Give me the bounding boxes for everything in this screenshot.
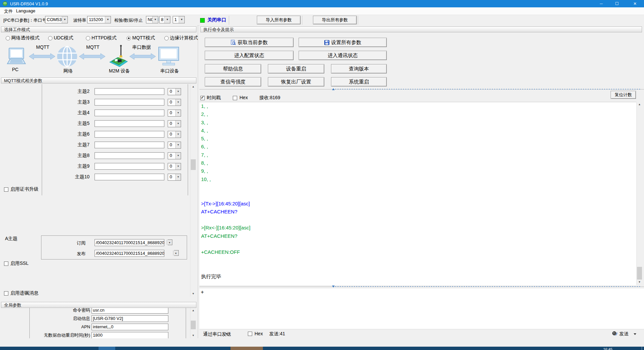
topic-qos-select[interactable]: 0▼	[168, 99, 181, 106]
ssl-checkbox[interactable]	[4, 261, 8, 266]
scrollbar-thumb[interactable]	[191, 321, 196, 329]
chevron-down-icon[interactable]: ▼	[152, 16, 158, 23]
chevron-down-icon[interactable]: ▼	[175, 174, 181, 180]
minimize-button[interactable]: ─	[594, 0, 609, 7]
topic-qos-select[interactable]: 0▼	[168, 174, 181, 181]
set-all-params-button[interactable]: 设置所有参数	[299, 38, 387, 47]
query-version-button[interactable]: 查询版本	[331, 64, 387, 73]
topic-qos-select[interactable]: 0▼	[168, 131, 181, 138]
topic-input[interactable]	[95, 110, 164, 116]
port-select[interactable]: COM53▼	[45, 16, 68, 23]
scroll-up-icon[interactable]: ▲	[191, 84, 196, 90]
chevron-down-icon[interactable]: ▼	[175, 131, 181, 138]
chevron-down-icon[interactable]: ▼	[105, 16, 111, 23]
chevron-down-icon[interactable]: ▼	[164, 16, 170, 23]
taskbar-app-icon[interactable]	[99, 347, 115, 350]
radio-udc-mode[interactable]	[48, 36, 52, 40]
scroll-down-icon[interactable]: ▼	[637, 280, 642, 285]
reset-count-button[interactable]: 复位计数	[611, 91, 636, 99]
radio-label[interactable]: 边缘计算模式	[170, 35, 198, 41]
chevron-down-icon[interactable]: ▼	[175, 153, 181, 159]
topic-qos-select[interactable]: 0▼	[168, 88, 181, 95]
scroll-up-icon[interactable]: ▲	[637, 102, 642, 107]
menu-language[interactable]: Language	[16, 8, 35, 13]
factory-reset-button[interactable]: 恢复出厂设置	[268, 77, 324, 86]
stopbits-select[interactable]: 1▼	[173, 16, 185, 23]
subscribe-qos-select[interactable]: 0▼	[168, 239, 172, 245]
chevron-down-icon[interactable]: ▼	[175, 99, 181, 106]
scrollbar-thumb[interactable]	[637, 267, 642, 280]
radio-label[interactable]: 网络透传模式	[11, 35, 39, 41]
topic-input[interactable]	[95, 174, 164, 180]
chevron-down-icon[interactable]: ▼	[62, 16, 67, 23]
import-params-button[interactable]: 导入所有参数	[257, 16, 301, 24]
chevron-down-icon[interactable]: ▼	[173, 250, 178, 255]
log-splitter-handle[interactable]	[331, 88, 641, 91]
system-restart-button[interactable]: 系统重启	[331, 77, 387, 86]
rx-hex-checkbox[interactable]	[233, 96, 237, 100]
topic-input[interactable]	[95, 163, 164, 170]
topic-input[interactable]	[95, 99, 164, 106]
topic-input[interactable]	[95, 142, 164, 148]
send-input-area[interactable]: +	[199, 289, 644, 329]
will-message-checkbox[interactable]	[4, 291, 8, 296]
show-desktop-edge[interactable]	[642, 347, 642, 350]
get-params-button[interactable]: 获取当前参数	[205, 38, 294, 47]
radio-label[interactable]: MQTT模式	[132, 35, 155, 41]
panel-divider[interactable]	[198, 25, 198, 338]
log-area[interactable]: 1, , 2, , 3, , 4, , 5, , 6, , 7, , 8, , …	[199, 102, 636, 285]
databits-select[interactable]: 8▼	[159, 16, 170, 23]
topic-input[interactable]	[95, 120, 164, 127]
topic-input[interactable]	[95, 88, 164, 95]
topic-qos-select[interactable]: 0▼	[168, 110, 181, 117]
close-button[interactable]: ✕	[627, 0, 643, 7]
topic-input[interactable]	[95, 152, 164, 159]
menu-file[interactable]: 文件	[4, 8, 13, 14]
chevron-down-icon[interactable]: ▼	[175, 163, 181, 170]
baud-select[interactable]: 115200▼	[87, 16, 111, 23]
taskbar-clock[interactable]: 16:45	[603, 347, 613, 350]
device-restart-button[interactable]: 设备重启	[268, 64, 324, 73]
collapse-down-icon[interactable]	[332, 286, 335, 288]
send-splitter-handle[interactable]	[331, 285, 641, 288]
send-button[interactable]: 发送	[619, 331, 629, 337]
radio-label[interactable]: UDC模式	[54, 35, 73, 41]
scrollbar-thumb[interactable]	[191, 159, 196, 170]
export-params-button[interactable]: 导出所有参数	[313, 16, 357, 24]
topic-qos-select[interactable]: 0▼	[168, 142, 181, 149]
chevron-down-icon[interactable]	[225, 333, 228, 335]
radio-edge-mode[interactable]	[164, 36, 169, 40]
chevron-down-icon[interactable]: ▼	[179, 16, 184, 23]
close-port-button[interactable]: 关闭串口	[207, 17, 226, 23]
scroll-down-icon[interactable]: ▼	[191, 291, 196, 297]
global-params-scrollbar[interactable]: ▲ ▼	[190, 308, 196, 338]
help-info-button[interactable]: 帮助信息	[205, 64, 261, 73]
taskbar-app-icon[interactable]	[230, 347, 263, 350]
chevron-down-icon[interactable]: ▼	[175, 121, 181, 127]
collapse-up-icon[interactable]	[332, 88, 335, 90]
timestamp-checkbox[interactable]	[200, 96, 205, 100]
publish-qos-select[interactable]: 0▼	[174, 250, 179, 256]
chevron-down-icon[interactable]: ▼	[175, 89, 181, 95]
chevron-down-icon[interactable]: ▼	[175, 142, 181, 148]
publish-topic-input[interactable]: /00402324011700021514_86889207	[95, 250, 164, 257]
radio-label[interactable]: HTTPD模式	[92, 35, 117, 41]
scroll-up-icon[interactable]: ▲	[191, 308, 196, 313]
enter-comm-button[interactable]: 进入通讯状态	[299, 51, 387, 60]
tx-hex-checkbox[interactable]	[248, 332, 252, 336]
query-signal-button[interactable]: 查信号强度	[205, 77, 261, 86]
mqtt-params-scrollbar[interactable]: ▲ ▼	[190, 84, 196, 297]
maximize-button[interactable]: ☐	[609, 0, 625, 7]
topic-qos-select[interactable]: 0▼	[168, 163, 181, 170]
chevron-down-icon[interactable]: ▼	[175, 110, 181, 116]
cert-upgrade-checkbox[interactable]	[4, 187, 8, 192]
log-scrollbar[interactable]: ▲ ▼	[636, 102, 642, 285]
enter-config-button[interactable]: 进入配置状态	[205, 51, 294, 60]
topic-qos-select[interactable]: 0▼	[168, 120, 181, 127]
radio-transparent-mode[interactable]	[6, 36, 10, 40]
radio-mqtt-mode[interactable]	[127, 36, 131, 40]
subscribe-topic-input[interactable]: /00402324011700021514_86889207	[95, 239, 164, 246]
chevron-down-icon[interactable]: ▼	[167, 240, 172, 245]
topic-qos-select[interactable]: 0▼	[168, 152, 181, 159]
scroll-down-icon[interactable]: ▼	[191, 333, 196, 338]
